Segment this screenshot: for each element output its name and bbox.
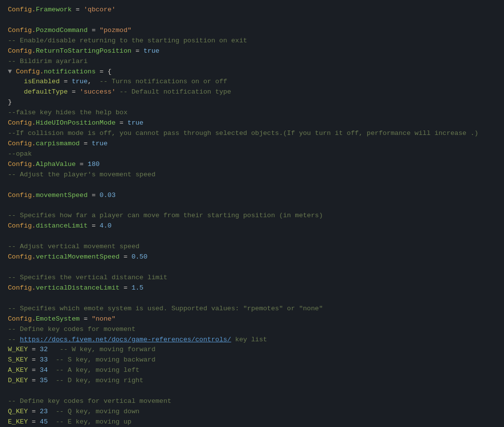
code-token: =: [60, 78, 71, 85]
code-token: --: [8, 336, 20, 343]
code-token: =: [88, 192, 99, 199]
code-token: = {: [95, 68, 111, 75]
code-token: Config.: [8, 315, 36, 323]
code-token: PozmodCommand: [36, 27, 88, 34]
code-line: --false key hides the help box: [8, 108, 496, 118]
code-token: -- D key, moving right: [48, 377, 143, 384]
code-line: --opak: [8, 149, 496, 160]
code-token: 34: [40, 366, 48, 374]
code-line: -- Specifies how far a player can move f…: [8, 211, 496, 221]
code-token: Config.: [8, 192, 36, 199]
code-line: }: [8, 98, 496, 108]
code-token: A_KEY: [8, 366, 28, 374]
code-token: ReturnToStartingPosition: [36, 47, 131, 55]
code-token: 0.50: [131, 253, 147, 261]
code-token: 180: [88, 161, 99, 168]
code-line: -- Adjust vertical movement speed: [8, 242, 496, 252]
code-token: =: [80, 140, 92, 147]
code-line: Config.ReturnToStartingPosition = true: [8, 46, 496, 57]
code-token: "none": [92, 315, 116, 323]
code-token: -- Q key, moving down: [48, 408, 139, 415]
code-token: verticalDistanceLimit: [36, 284, 120, 292]
code-token: -- A key, moving left: [48, 366, 139, 374]
code-token: 4.0: [99, 222, 111, 230]
code-token: ▼: [8, 68, 16, 75]
code-token: Config.: [8, 222, 36, 230]
code-token: =: [28, 366, 40, 374]
code-token: --false key hides the help box: [8, 109, 127, 116]
code-line: -- Adjust the player's movement speed: [8, 170, 496, 180]
code-token: key list: [231, 336, 267, 343]
code-line: [8, 201, 496, 211]
code-token: distanceLimit: [36, 222, 88, 230]
code-token: -- Specifies which emote system is used.…: [8, 305, 323, 312]
code-line: [8, 294, 496, 304]
code-token: --opak: [8, 150, 32, 158]
code-token: isEnabled: [8, 78, 60, 85]
code-line: D_KEY = 35 -- D key, moving right: [8, 376, 496, 386]
code-token: defaultType: [8, 88, 68, 96]
code-token: =: [72, 6, 84, 13]
code-line: Config.verticalMovementSpeed = 0.50: [8, 252, 496, 263]
code-token: Config.: [8, 161, 36, 168]
code-token: D_KEY: [8, 377, 28, 384]
code-line: Config.AlphaValue = 180: [8, 160, 496, 170]
code-token: -- Adjust the player's movement speed: [8, 171, 156, 178]
code-token: 23: [40, 408, 48, 415]
code-line: isEnabled = true, -- Turns notifications…: [8, 77, 496, 87]
code-token: 0.03: [99, 192, 115, 199]
code-line: -- Define key codes for vertical movemen…: [8, 396, 496, 407]
code-token: notifications: [44, 68, 95, 75]
code-token: Config.: [8, 140, 36, 147]
code-token: EmoteSystem: [36, 315, 80, 323]
code-token: increase .: [435, 130, 474, 137]
code-token[interactable]: https://docs.fivem.net/docs/game-referen…: [20, 336, 231, 343]
code-token: =: [88, 222, 99, 230]
code-token: HideUIOnPositionMode: [36, 119, 116, 127]
code-token: -- Turns notifications on or off: [99, 78, 227, 85]
code-token: -- E key, moving up: [48, 418, 131, 426]
code-editor: Config.Framework = 'qbcore' Config.Pozmo…: [8, 5, 496, 427]
code-line: ▼ Config.notifications = {: [8, 67, 496, 77]
code-token: =: [116, 119, 127, 127]
code-line: -- Specifies which emote system is used.…: [8, 304, 496, 314]
code-token: Config.: [8, 27, 36, 34]
code-line: W_KEY = 32 -- W key, moving forward: [8, 345, 496, 355]
code-token: "pozmod": [99, 27, 131, 34]
code-token: 1.5: [131, 284, 143, 292]
code-token: W_KEY: [8, 346, 28, 353]
code-token: =: [28, 346, 40, 353]
code-token: =: [80, 315, 92, 323]
code-token: -- Bildirim ayarlari: [8, 58, 88, 65]
code-token: ,: [88, 78, 99, 85]
code-line: -- Specifies the vertical distance limit: [8, 273, 496, 283]
code-token: =: [88, 27, 99, 34]
code-token: verticalMovementSpeed: [36, 253, 120, 261]
code-token: 45: [40, 418, 48, 426]
code-token: Config.: [8, 47, 36, 55]
code-line: E_KEY = 45 -- E key, moving up: [8, 417, 496, 427]
code-token: 35: [40, 377, 48, 384]
code-token: Config.: [8, 253, 36, 261]
code-token: movementSpeed: [36, 192, 88, 199]
code-token: S_KEY: [8, 356, 28, 363]
code-token: 'success': [80, 88, 116, 96]
code-token: =: [120, 284, 131, 292]
code-token: carpismamod: [36, 140, 80, 147]
code-token: Config.: [8, 284, 36, 292]
code-token: 32: [40, 346, 48, 353]
code-line: Config.PozmodCommand = "pozmod": [8, 26, 496, 36]
code-token: Config.: [16, 68, 44, 75]
code-line: Config.Framework = 'qbcore': [8, 5, 496, 15]
code-token: =: [28, 418, 40, 426]
code-token: -- Define key codes for movement: [8, 326, 135, 333]
code-token: ): [474, 130, 478, 137]
code-token: 'qbcore': [84, 6, 116, 13]
code-token: =: [76, 161, 88, 168]
code-token: true: [92, 140, 107, 147]
code-line: Config.verticalDistanceLimit = 1.5: [8, 283, 496, 294]
code-line: [8, 386, 496, 396]
code-token: AlphaValue: [36, 161, 76, 168]
code-token: -- Define key codes for vertical movemen…: [8, 397, 171, 405]
code-line: Config.distanceLimit = 4.0: [8, 221, 496, 231]
